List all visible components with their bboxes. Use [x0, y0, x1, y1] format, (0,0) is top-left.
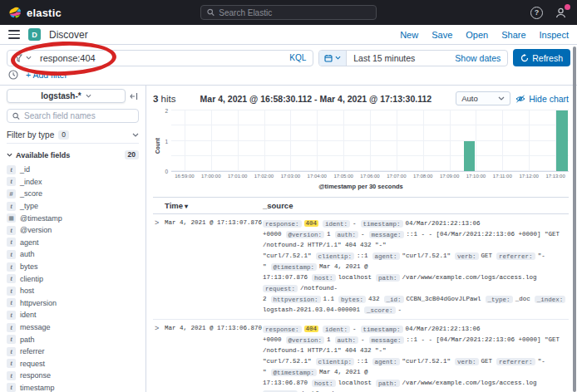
string-type-icon: t — [7, 298, 16, 307]
sort-desc-icon[interactable]: ▾ — [185, 203, 188, 210]
field-search-box[interactable] — [7, 109, 139, 123]
available-fields-header[interactable]: Available fields 20 — [7, 150, 139, 159]
source-value: ::1 — [357, 358, 368, 365]
gridline — [290, 110, 291, 171]
source-field-chip: ident: — [323, 220, 350, 228]
field-item-bytes[interactable]: tbytes — [7, 261, 139, 273]
histogram-bar[interactable] — [556, 110, 568, 171]
field-name: request — [20, 360, 45, 368]
x-tick-label: 16:59:00 — [175, 174, 194, 179]
gridline — [397, 110, 397, 171]
field-item-response[interactable]: tresponse — [7, 370, 139, 382]
string-type-icon: t — [7, 238, 16, 247]
collapse-sidebar-icon[interactable] — [129, 92, 139, 100]
source-value: ::1 — [357, 252, 368, 259]
number-type-icon: # — [7, 189, 16, 198]
source-field-chip: timestamp: — [361, 326, 403, 333]
refresh-button[interactable]: Refresh — [513, 49, 570, 66]
source-field-chip: @version: — [286, 336, 325, 344]
source-value: 1 — [327, 336, 331, 343]
field-item-httpversion[interactable]: thttpversion — [7, 297, 139, 310]
field-item-clientip[interactable]: tclientip — [7, 272, 139, 285]
elastic-logo-icon — [8, 6, 22, 19]
index-pattern-select[interactable]: logstash-* — [7, 89, 126, 103]
field-item-auth[interactable]: tauth — [7, 248, 139, 261]
show-dates-link[interactable]: Show dates — [455, 53, 507, 63]
scrollbar-thumb[interactable] — [573, 47, 576, 392]
global-search-input[interactable] — [219, 8, 370, 17]
nav-link-new[interactable]: New — [400, 30, 418, 40]
field-item-agent[interactable]: tagent — [7, 237, 139, 249]
source-field-chip: _score: — [364, 306, 396, 314]
source-value: CCBN_3cB04dGovJLPawl — [407, 296, 481, 302]
source-field-chip: response: — [263, 326, 302, 333]
field-item-timestamp[interactable]: ttimestamp — [7, 382, 139, 392]
chevron-down-icon — [86, 94, 91, 98]
doc-rows: >Mar 4, 2021 @ 17:13:07.876response:404i… — [153, 214, 569, 392]
field-name: timestamp — [20, 384, 55, 392]
field-name: clientip — [20, 275, 43, 283]
field-item-message[interactable]: tmessage — [7, 321, 139, 334]
field-item-request[interactable]: trequest — [7, 358, 139, 370]
time-range-label[interactable]: Last 15 minutes — [347, 53, 455, 63]
nav-link-save[interactable]: Save — [432, 30, 452, 40]
notification-dot — [565, 4, 570, 10]
add-filter-link[interactable]: + Add filter — [26, 70, 67, 80]
global-search-box[interactable] — [200, 5, 377, 20]
histogram-plot-area[interactable]: 012 — [171, 110, 569, 172]
string-type-icon: t — [7, 359, 16, 368]
field-item-path[interactable]: tpath — [7, 333, 139, 345]
documents-table: Time▾ _source >Mar 4, 2021 @ 17:13:07.87… — [153, 197, 569, 392]
elastic-logo[interactable]: elastic — [8, 6, 62, 19]
source-field-chip: ident: — [323, 326, 350, 333]
breadcrumb[interactable]: Discover — [49, 29, 88, 41]
field-item-ident[interactable]: tident — [7, 309, 139, 321]
source-field-chip: clientip: — [316, 358, 355, 365]
field-item-referrer[interactable]: treferrer — [7, 345, 139, 358]
field-item-_index[interactable]: t_index — [7, 176, 139, 189]
expand-row-icon[interactable]: > — [153, 324, 165, 392]
field-name: response — [20, 371, 51, 380]
x-tick-label: 17:02:00 — [254, 174, 274, 179]
nav-link-open[interactable]: Open — [466, 30, 488, 40]
quick-select-button[interactable] — [319, 51, 347, 66]
source-value: /var/www/example.com/logs/access.log — [402, 380, 537, 386]
index-pattern-label: logstash-* — [41, 91, 81, 100]
interval-select[interactable]: Auto — [456, 91, 510, 105]
menu-icon[interactable] — [8, 30, 20, 39]
field-search-input[interactable] — [24, 111, 133, 120]
string-type-icon: t — [7, 226, 16, 235]
hide-chart-link[interactable]: Hide chart — [515, 94, 569, 104]
saved-query-clock-icon[interactable] — [8, 70, 18, 80]
histogram-chart: Count 012 16:59:0017:00:0017:01:0017:02:… — [153, 110, 569, 190]
refresh-icon — [520, 54, 529, 62]
user-avatar[interactable] — [555, 7, 569, 19]
gridline — [343, 110, 344, 171]
source-value: _doc — [515, 296, 530, 302]
nav-link-share[interactable]: Share — [501, 30, 525, 40]
row-time: Mar 4, 2021 @ 17:13:07.876 — [165, 218, 263, 316]
gridline — [450, 110, 451, 171]
source-field-chip: @timestamp: — [271, 369, 318, 376]
kibana-discover-screen: elastic ? D Discover NewSaveOpenShareIns… — [0, 0, 577, 392]
filter-by-type[interactable]: Filter by type 0 — [7, 130, 139, 144]
row-source: response:404ident:-timestamp:04/Mar/2021… — [263, 324, 569, 392]
field-item-_type[interactable]: t_type — [7, 200, 139, 213]
query-text: response:404 — [40, 53, 279, 63]
field-item-host[interactable]: thost — [7, 285, 139, 297]
source-value: localhost — [338, 380, 372, 386]
time-column-header[interactable]: Time▾ — [165, 201, 263, 210]
field-item-@version[interactable]: t@version — [7, 224, 139, 237]
histogram-bar[interactable] — [464, 141, 476, 172]
field-item-_score[interactable]: #_score — [7, 188, 139, 200]
query-input[interactable]: response:404 KQL — [7, 50, 313, 66]
field-item-_id[interactable]: t_id — [7, 164, 139, 176]
calendar-icon — [324, 54, 333, 62]
help-icon[interactable]: ? — [530, 7, 543, 19]
nav-link-inspect[interactable]: Inspect — [540, 30, 569, 40]
query-language-label[interactable]: KQL — [283, 53, 306, 62]
source-value: "curl/7.52.1" — [402, 358, 451, 365]
expand-row-icon[interactable]: > — [153, 218, 165, 316]
field-item-@timestamp[interactable]: ▦@timestamp — [7, 212, 139, 224]
time-range-title: Mar 4, 2021 @ 16:58:30.112 - Mar 4, 2021… — [181, 94, 451, 104]
